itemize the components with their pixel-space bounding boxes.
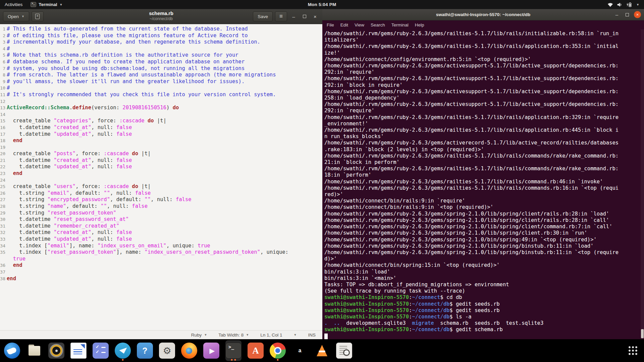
code-line: 3# incrementally modify your database, a…	[0, 39, 322, 46]
clock[interactable]: Mon 5:04 PM	[308, 2, 336, 7]
dock-item-writer[interactable]	[70, 340, 87, 361]
terminal-line: Tasks: TOP => db:abort_if_pending_migrat…	[324, 282, 644, 288]
line-number: 22	[0, 164, 7, 170]
line-number: 28	[0, 203, 7, 210]
terminal-line: /home/swathi/.rvm/gems/ruby-2.6.3/gems/s…	[324, 230, 644, 236]
code-line: 2# of editing this file, please use the …	[0, 33, 322, 39]
dock-item-thunderbird[interactable]	[4, 340, 20, 361]
terminal-scrollbar-handle[interactable]	[641, 329, 644, 338]
terminal-output[interactable]: /home/swathi/.rvm/gems/ruby-2.6.3/gems/r…	[322, 29, 644, 339]
dock-item-files[interactable]	[26, 340, 42, 361]
terminal-line: /home/swathi/.rvm/gems/ruby-2.6.3/gems/r…	[324, 153, 644, 159]
hamburger-menu-button[interactable]: ≡	[275, 11, 287, 21]
dock-item-terminal[interactable]: >_	[225, 340, 241, 361]
code-line: 9# you'll amass, the slower it'll run an…	[0, 78, 322, 85]
dock-item-rhythmbox[interactable]	[48, 340, 64, 361]
terminal-menu-bar: FileEditViewSearchTerminalHelp	[322, 20, 644, 29]
tab-width-label: Tab Width: 8	[218, 333, 244, 338]
terminal-menu-file[interactable]: File	[327, 22, 334, 27]
open-button-label: Open	[8, 14, 19, 19]
files-icon	[26, 343, 42, 359]
terminal-line: 292:in `require'	[324, 69, 644, 75]
document-path: ~/connect/db	[149, 16, 173, 21]
dock-item-search[interactable]	[336, 340, 352, 361]
dock-item-player[interactable]: ▶	[203, 340, 219, 361]
gedit-minimize-button[interactable]: –	[289, 11, 298, 21]
activities-button[interactable]: Activities	[0, 0, 27, 9]
language-label: Ruby	[191, 333, 202, 338]
line-number: 21	[0, 157, 7, 164]
line-number: 32	[0, 229, 7, 236]
settings-icon: ⚙	[159, 343, 175, 359]
terminal-line: /home/swathi/.rvm/gems/ruby-2.6.3/gems/a…	[324, 88, 644, 95]
dock-item-help[interactable]: ?	[137, 340, 153, 361]
terminal-line: red)>'	[324, 191, 644, 198]
terminal-line: /home/swathi/.rvm/gems/ruby-2.6.3/gems/s…	[324, 249, 644, 256]
terminal-line: itializers'	[324, 37, 644, 43]
gedit-close-button[interactable]: ×	[311, 11, 319, 21]
line-number: 12	[0, 98, 7, 105]
system-status-area[interactable]: ▼	[607, 2, 644, 7]
focused-app-menu[interactable]: Terminal ▼	[27, 0, 66, 9]
new-document-button[interactable]	[32, 11, 44, 21]
terminal-cursor	[324, 334, 328, 339]
code-line: 31 t.datetime "remember_created_at"	[0, 223, 322, 230]
chevron-down-icon: ▼	[204, 333, 207, 337]
terminal-window: swathi@swathi-Inspiron-5570: ~/connect/d…	[322, 9, 644, 339]
code-line: 17 t.datetime "updated_at", null: false	[0, 131, 322, 138]
open-button[interactable]: Open ▼	[3, 11, 29, 21]
new-document-icon	[35, 14, 40, 19]
dock-item-amazon[interactable]: a	[292, 340, 308, 361]
terminal-close-button[interactable]: ×	[634, 11, 641, 18]
dock-item-todo[interactable]	[93, 340, 109, 361]
terminal-maximize-button[interactable]	[624, 11, 631, 19]
code-line: 12	[0, 98, 322, 105]
terminal-line: 258:in `load_dependency'	[324, 95, 644, 101]
terminal-line: /home/swathi/.rvm/gems/ruby-2.6.3/gems/r…	[324, 31, 644, 37]
line-number: 7	[0, 65, 7, 72]
telegram-icon	[115, 343, 131, 359]
show-applications-button[interactable]	[628, 346, 638, 356]
save-button[interactable]: Save	[253, 11, 273, 21]
terminal-minimize-button[interactable]: –	[613, 11, 621, 19]
terminal-line: /home/swathi/.rvm/gems/ruby-2.6.3/gems/s…	[324, 237, 644, 243]
terminal-menu-terminal[interactable]: Terminal	[391, 22, 409, 27]
terminal-menu-help[interactable]: Help	[415, 22, 424, 27]
cursor-position[interactable]: Ln 1, Col 1	[260, 333, 282, 338]
terminal-app-icon	[31, 2, 36, 7]
dock-item-chrome[interactable]	[270, 340, 286, 361]
chevron-down-icon: ▼	[636, 3, 639, 6]
dock-item-settings[interactable]: ⚙	[159, 340, 175, 361]
line-number: 17	[0, 131, 7, 138]
chevron-down-icon: ▼	[246, 333, 249, 337]
dock-item-gedit[interactable]: A	[248, 340, 264, 361]
terminal-scrollbar[interactable]	[641, 29, 644, 339]
terminal-menu-view[interactable]: View	[355, 22, 364, 27]
line-number: 10	[0, 85, 7, 92]
terminal-line: /home/swathi/.rvm/gems/ruby-2.6.3/gems/s…	[324, 211, 644, 217]
battery-icon	[626, 2, 633, 7]
terminal-line: 21:in `block in perform'	[324, 159, 644, 166]
terminal-menu-search[interactable]: Search	[371, 22, 385, 27]
terminal-menu-edit[interactable]: Edit	[340, 22, 348, 27]
terminal-line: .rake:183:in `block (2 levels) in <top (…	[324, 146, 644, 153]
dock-item-telegram[interactable]	[115, 340, 131, 361]
line-number	[0, 256, 7, 262]
rhythmbox-icon	[48, 343, 64, 359]
language-selector[interactable]: Ruby ▼	[191, 333, 207, 338]
tab-width-selector[interactable]: Tab Width: 8 ▼	[218, 333, 249, 338]
line-number: 18	[0, 137, 7, 144]
dock-item-firefox[interactable]	[181, 340, 197, 361]
document-title-area: schema.rb ~/connect/db	[149, 10, 173, 21]
terminal-line: /home/swathi/connect/bin/rails:9:in `<to…	[324, 204, 644, 210]
line-number: 37	[0, 269, 7, 276]
desktop: Activities Terminal ▼ Mon 5:04 PM ▼ Open…	[0, 0, 644, 362]
terminal-title-bar[interactable]: swathi@swathi-Inspiron-5570: ~/connect/d…	[322, 9, 644, 20]
terminal-line: /home/swathi/.rvm/gems/ruby-2.6.3/gems/a…	[324, 75, 644, 82]
code-editor[interactable]: 1# This file is auto-generated from the …	[0, 24, 322, 330]
gedit-maximize-button[interactable]	[300, 11, 309, 21]
help-icon: ?	[137, 343, 153, 359]
terminal-line: n run_tasks_blocks'	[324, 133, 644, 140]
code-line: 15 create_table "categories", force: :ca…	[0, 118, 322, 124]
dock-item-vlc[interactable]	[314, 340, 330, 361]
